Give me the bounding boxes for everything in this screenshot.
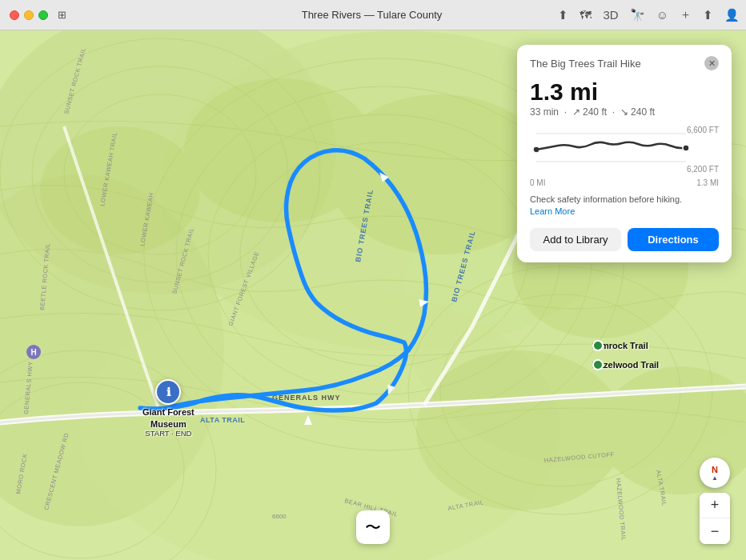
- add-to-library-button[interactable]: Add to Library: [530, 228, 621, 251]
- traffic-lights: [10, 10, 48, 20]
- card-buttons: Add to Library Directions: [530, 228, 719, 251]
- x-start: 0 MI: [530, 178, 545, 187]
- card-title: The Big Trees Trail Hike: [530, 58, 641, 70]
- account-icon[interactable]: 👤: [724, 8, 740, 22]
- compass-button[interactable]: N ▲: [700, 458, 730, 488]
- svg-point-17: [40, 126, 200, 254]
- map-controls: N ▲ + −: [700, 458, 730, 544]
- museum-sublabel: Museum: [150, 419, 186, 429]
- museum-tag: START · END: [145, 429, 191, 438]
- titlebar: ⊞ Three Rivers — Tulare County ⬆ 🗺 3D 🔭 …: [0, 0, 746, 30]
- elevation-low: 6,200 FT: [687, 165, 719, 174]
- safety-info: Check safety information before hiking. …: [530, 194, 719, 218]
- window-icon: ⊞: [58, 9, 66, 21]
- rimrock-trail-marker[interactable]: Rimrock Trail: [592, 341, 648, 350]
- elevation-chart: 6,600 FT 6,200 FT: [530, 126, 719, 174]
- museum-icon: ℹ: [155, 379, 181, 405]
- x-end: 1.3 MI: [696, 178, 719, 187]
- svg-text:GENERALS HWY: GENERALS HWY: [272, 394, 341, 402]
- zoom-controls: + −: [700, 493, 730, 544]
- svg-text:ALTA TRAIL: ALTA TRAIL: [200, 416, 245, 424]
- elevation-svg: [530, 126, 706, 170]
- learn-more-link[interactable]: Learn More: [530, 206, 575, 216]
- svg-text:6600: 6600: [272, 513, 287, 520]
- hazelwood-trail-marker[interactable]: Hazelwood Trail: [592, 360, 659, 370]
- hazelwood-dot: [592, 359, 604, 370]
- map-icon[interactable]: 🗺: [580, 8, 592, 22]
- elevation-up-icon: ↗: [572, 106, 580, 118]
- trail-card: The Big Trees Trail Hike ✕ 1.3 mi 33 min…: [517, 45, 732, 262]
- close-button[interactable]: ✕: [704, 56, 719, 70]
- add-icon[interactable]: ＋: [680, 7, 692, 22]
- compass-arrow: ▲: [712, 474, 718, 482]
- card-header: The Big Trees Trail Hike ✕: [530, 56, 719, 70]
- maximize-button[interactable]: [38, 10, 48, 20]
- museum-label: Giant Forest: [142, 407, 195, 417]
- face-icon[interactable]: ☺: [656, 8, 668, 22]
- compass-label: N: [712, 465, 718, 474]
- share-icon[interactable]: ⬆: [703, 8, 713, 22]
- museum-marker[interactable]: ℹ Giant Forest Museum START · END: [142, 379, 195, 438]
- svg-text:H: H: [30, 348, 36, 357]
- directions-button[interactable]: Directions: [628, 228, 719, 251]
- minimize-button[interactable]: [24, 10, 34, 20]
- map[interactable]: BIO TREES TRAIL BIO TREES TRAIL GENERALS…: [0, 30, 746, 560]
- trail-stats: 33 min · ↗ 240 ft · ↘ 240 ft: [530, 106, 719, 118]
- route-icon: 〜: [365, 517, 381, 538]
- elevation-down-icon: ↘: [620, 106, 628, 118]
- navigate-icon[interactable]: ⬆: [558, 8, 568, 22]
- close-button[interactable]: [10, 10, 19, 20]
- trail-distance: 1.3 mi: [530, 78, 719, 105]
- elevation-y-labels: 6,600 FT 6,200 FT: [687, 126, 719, 174]
- toolbar: ⬆ 🗺 3D 🔭 ☺ ＋ ⬆ 👤: [558, 7, 740, 22]
- threed-icon[interactable]: 3D: [603, 8, 618, 22]
- zoom-out-button[interactable]: −: [700, 518, 730, 544]
- zoom-in-button[interactable]: +: [700, 493, 730, 518]
- svg-point-21: [416, 350, 624, 510]
- elevation-high: 6,600 FT: [687, 126, 719, 134]
- rimrock-dot: [592, 340, 604, 351]
- binoculars-icon[interactable]: 🔭: [630, 8, 645, 22]
- elevation-x-labels: 0 MI 1.3 MI: [530, 178, 719, 187]
- route-button[interactable]: 〜: [356, 510, 390, 544]
